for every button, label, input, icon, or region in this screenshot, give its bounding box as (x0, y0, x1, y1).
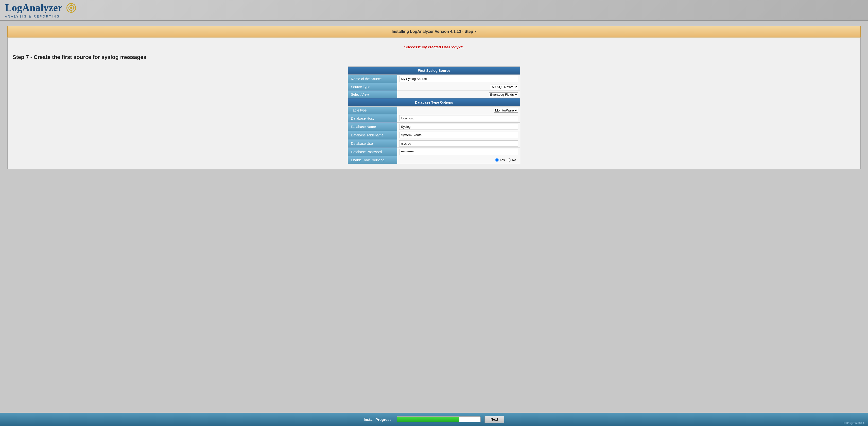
db-name-input[interactable] (399, 123, 518, 130)
source-type-select[interactable]: MYSQL Native PGSQL Native PDO MySQL Mong… (491, 85, 518, 89)
table-row: Table type MonitorWare Default (348, 107, 520, 114)
db-password-label: Database Password (348, 148, 397, 156)
install-banner-title: Installing LogAnalyzer Version 4.1.13 - … (392, 29, 476, 33)
header: LogAnalyzer ANALYSIS & REPORTING (0, 0, 868, 21)
row-counting-no-label[interactable]: No (508, 158, 516, 162)
logo-subtitle: ANALYSIS & REPORTING (5, 15, 76, 18)
enable-row-counting-label: Enable Row Counting (348, 156, 397, 164)
svg-point-2 (70, 7, 72, 9)
select-view-label: Select View (348, 91, 397, 98)
table-type-label: Table type (348, 107, 397, 114)
db-name-value[interactable] (397, 122, 520, 131)
db-host-label: Database Host (348, 114, 397, 122)
table-row: Database Tablename (348, 131, 520, 139)
table-row: Select View EventLog Fields Syslog Field… (348, 91, 520, 98)
db-user-label: Database User (348, 139, 397, 148)
row-counting-radio-group: Yes No (399, 157, 518, 163)
db-tablename-input[interactable] (399, 132, 518, 138)
table-row: Database Password (348, 148, 520, 156)
form-table: First Syslog Source Name of the Source S… (348, 66, 520, 164)
db-tablename-value[interactable] (397, 131, 520, 139)
table-type-select[interactable]: MonitorWare Default (494, 108, 518, 113)
db-password-value[interactable] (397, 148, 520, 156)
db-options-header: Database Type Options (348, 98, 520, 107)
db-host-input[interactable] (399, 115, 518, 121)
first-syslog-source-header: First Syslog Source (348, 66, 520, 75)
footer-watermark: CSDN @三棵柳机务 (843, 422, 865, 425)
logo-title: LogAnalyzer (5, 2, 76, 15)
db-name-label: Database Name (348, 122, 397, 131)
main-content: Installing LogAnalyzer Version 4.1.13 - … (0, 21, 868, 413)
name-of-source-label: Name of the Source (348, 75, 397, 83)
enable-row-counting-value[interactable]: Yes No (397, 156, 520, 164)
source-type-value[interactable]: MYSQL Native PGSQL Native PDO MySQL Mong… (397, 83, 520, 91)
table-row: Enable Row Counting Yes No (348, 156, 520, 164)
name-of-source-input[interactable] (399, 76, 518, 82)
name-of-source-value[interactable] (397, 75, 520, 83)
logo-log: Log (5, 2, 22, 13)
db-user-value[interactable] (397, 139, 520, 148)
row-counting-yes-label[interactable]: Yes (495, 158, 505, 162)
section-header-row: First Syslog Source (348, 66, 520, 75)
logo-text: LogAnalyzer ANALYSIS & REPORTING (5, 2, 76, 18)
form-container: First Syslog Source Name of the Source S… (348, 66, 520, 164)
success-message: Successfully created User 'cgyxt'. (12, 42, 856, 54)
table-row: Source Type MYSQL Native PGSQL Native PD… (348, 83, 520, 91)
row-counting-yes-radio[interactable] (495, 159, 499, 162)
logo-analyzer: Analyzer (22, 2, 62, 13)
next-button[interactable]: Next (485, 416, 504, 423)
install-progress-label: Install Progress: (364, 417, 393, 422)
row-counting-yes-text: Yes (500, 158, 505, 162)
table-row: Database Host (348, 114, 520, 122)
progress-bar-container (397, 416, 480, 422)
db-password-input[interactable] (399, 149, 518, 155)
table-type-value[interactable]: MonitorWare Default (397, 107, 520, 114)
step-title: Step 7 - Create the first source for sys… (12, 54, 856, 60)
content-box: Successfully created User 'cgyxt'. Step … (7, 37, 861, 169)
row-counting-no-radio[interactable] (508, 159, 511, 162)
logo-container: LogAnalyzer ANALYSIS & REPORTING (5, 2, 863, 18)
section-header-row: Database Type Options (348, 98, 520, 107)
source-type-label: Source Type (348, 83, 397, 91)
target-icon (66, 2, 76, 13)
progress-bar-fill (397, 417, 460, 422)
select-view-select[interactable]: EventLog Fields Syslog Fields (489, 92, 518, 97)
table-row: Name of the Source (348, 75, 520, 83)
select-view-value[interactable]: EventLog Fields Syslog Fields (397, 91, 520, 98)
row-counting-no-text: No (512, 158, 516, 162)
install-banner: Installing LogAnalyzer Version 4.1.13 - … (7, 26, 861, 37)
table-row: Database User (348, 139, 520, 148)
table-row: Database Name (348, 122, 520, 131)
db-user-input[interactable] (399, 140, 518, 146)
db-host-value[interactable] (397, 114, 520, 122)
footer-bar: Install Progress: Next CSDN @三棵柳机务 (0, 413, 868, 426)
db-tablename-label: Database Tablename (348, 131, 397, 139)
